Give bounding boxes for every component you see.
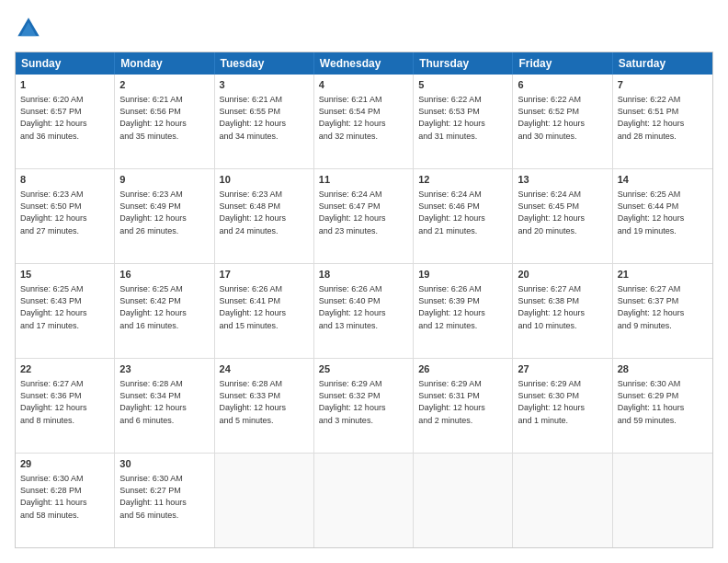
day-number-19: 19 [418,268,507,282]
day-info-7: Sunrise: 6:22 AM Sunset: 6:51 PM Dayligh… [618,94,708,142]
header-saturday: Saturday [613,52,712,75]
day-info-24: Sunrise: 6:28 AM Sunset: 6:33 PM Dayligh… [220,378,309,426]
day-info-14: Sunrise: 6:25 AM Sunset: 6:44 PM Dayligh… [618,189,708,236]
day-14: 14Sunrise: 6:25 AM Sunset: 6:44 PM Dayli… [613,169,712,263]
day-13: 13Sunrise: 6:24 AM Sunset: 6:45 PM Dayli… [513,169,612,263]
day-info-8: Sunrise: 6:23 AM Sunset: 6:50 PM Dayligh… [20,189,109,236]
day-info-1: Sunrise: 6:20 AM Sunset: 6:57 PM Dayligh… [20,94,109,142]
day-24: 24Sunrise: 6:28 AM Sunset: 6:33 PM Dayli… [215,359,314,453]
week-row-3: 15Sunrise: 6:25 AM Sunset: 6:43 PM Dayli… [16,264,712,359]
day-18: 18Sunrise: 6:26 AM Sunset: 6:40 PM Dayli… [314,264,414,358]
day-25: 25Sunrise: 6:29 AM Sunset: 6:32 PM Dayli… [314,359,414,453]
day-info-3: Sunrise: 6:21 AM Sunset: 6:55 PM Dayligh… [220,94,309,142]
header-thursday: Thursday [414,52,513,75]
day-27: 27Sunrise: 6:29 AM Sunset: 6:30 PM Dayli… [513,359,612,453]
day-9: 9Sunrise: 6:23 AM Sunset: 6:49 PM Daylig… [115,169,214,263]
day-number-14: 14 [618,173,708,187]
day-info-4: Sunrise: 6:21 AM Sunset: 6:54 PM Dayligh… [319,94,408,142]
day-info-2: Sunrise: 6:21 AM Sunset: 6:56 PM Dayligh… [119,94,209,142]
header-tuesday: Tuesday [215,52,314,75]
day-info-5: Sunrise: 6:22 AM Sunset: 6:53 PM Dayligh… [418,94,507,142]
day-number-27: 27 [518,362,607,376]
logo-icon [15,15,42,42]
day-number-17: 17 [220,268,309,282]
empty-cell [314,454,414,547]
day-19: 19Sunrise: 6:26 AM Sunset: 6:39 PM Dayli… [414,264,513,358]
day-number-6: 6 [518,78,607,92]
day-number-22: 22 [20,362,109,376]
day-info-13: Sunrise: 6:24 AM Sunset: 6:45 PM Dayligh… [518,189,607,236]
day-info-11: Sunrise: 6:24 AM Sunset: 6:47 PM Dayligh… [319,189,408,236]
day-info-28: Sunrise: 6:30 AM Sunset: 6:29 PM Dayligh… [618,378,708,426]
header-monday: Monday [115,52,214,75]
day-info-29: Sunrise: 6:30 AM Sunset: 6:28 PM Dayligh… [20,473,109,521]
day-1: 1Sunrise: 6:20 AM Sunset: 6:57 PM Daylig… [16,75,115,168]
week-row-1: 1Sunrise: 6:20 AM Sunset: 6:57 PM Daylig… [16,75,712,169]
day-info-27: Sunrise: 6:29 AM Sunset: 6:30 PM Dayligh… [518,378,607,426]
day-5: 5Sunrise: 6:22 AM Sunset: 6:53 PM Daylig… [414,75,513,168]
day-11: 11Sunrise: 6:24 AM Sunset: 6:47 PM Dayli… [314,169,414,263]
day-number-15: 15 [20,268,109,282]
day-29: 29Sunrise: 6:30 AM Sunset: 6:28 PM Dayli… [16,454,115,547]
day-number-29: 29 [20,457,109,471]
day-info-26: Sunrise: 6:29 AM Sunset: 6:31 PM Dayligh… [418,378,507,426]
day-10: 10Sunrise: 6:23 AM Sunset: 6:48 PM Dayli… [215,169,314,263]
day-number-23: 23 [119,362,209,376]
day-number-8: 8 [20,173,109,187]
day-number-7: 7 [618,78,708,92]
day-number-1: 1 [20,78,109,92]
day-number-11: 11 [319,173,408,187]
day-7: 7Sunrise: 6:22 AM Sunset: 6:51 PM Daylig… [613,75,712,168]
day-info-10: Sunrise: 6:23 AM Sunset: 6:48 PM Dayligh… [220,189,309,236]
day-16: 16Sunrise: 6:25 AM Sunset: 6:42 PM Dayli… [115,264,214,358]
day-info-25: Sunrise: 6:29 AM Sunset: 6:32 PM Dayligh… [319,378,408,426]
day-15: 15Sunrise: 6:25 AM Sunset: 6:43 PM Dayli… [16,264,115,358]
empty-cell [215,454,314,547]
day-3: 3Sunrise: 6:21 AM Sunset: 6:55 PM Daylig… [215,75,314,168]
day-30: 30Sunrise: 6:30 AM Sunset: 6:27 PM Dayli… [115,454,214,547]
day-info-21: Sunrise: 6:27 AM Sunset: 6:37 PM Dayligh… [618,283,708,331]
week-row-4: 22Sunrise: 6:27 AM Sunset: 6:36 PM Dayli… [16,359,712,454]
header [15,15,713,42]
page: Sunday Monday Tuesday Wednesday Thursday… [0,0,728,563]
logo [15,15,46,42]
day-number-24: 24 [220,362,309,376]
day-number-16: 16 [119,268,209,282]
day-number-12: 12 [418,173,507,187]
week-row-5: 29Sunrise: 6:30 AM Sunset: 6:28 PM Dayli… [16,454,712,547]
day-12: 12Sunrise: 6:24 AM Sunset: 6:46 PM Dayli… [414,169,513,263]
day-info-23: Sunrise: 6:28 AM Sunset: 6:34 PM Dayligh… [119,378,209,426]
empty-cell [414,454,513,547]
day-number-3: 3 [220,78,309,92]
day-info-18: Sunrise: 6:26 AM Sunset: 6:40 PM Dayligh… [319,283,408,331]
day-8: 8Sunrise: 6:23 AM Sunset: 6:50 PM Daylig… [16,169,115,263]
calendar-header: Sunday Monday Tuesday Wednesday Thursday… [16,52,712,75]
day-number-28: 28 [618,362,708,376]
day-info-30: Sunrise: 6:30 AM Sunset: 6:27 PM Dayligh… [119,473,209,521]
day-info-19: Sunrise: 6:26 AM Sunset: 6:39 PM Dayligh… [418,283,507,331]
day-number-4: 4 [319,78,408,92]
empty-cell [613,454,712,547]
day-info-6: Sunrise: 6:22 AM Sunset: 6:52 PM Dayligh… [518,94,607,142]
day-number-30: 30 [119,457,209,471]
calendar-body: 1Sunrise: 6:20 AM Sunset: 6:57 PM Daylig… [16,75,712,547]
day-20: 20Sunrise: 6:27 AM Sunset: 6:38 PM Dayli… [513,264,612,358]
day-4: 4Sunrise: 6:21 AM Sunset: 6:54 PM Daylig… [314,75,414,168]
day-info-17: Sunrise: 6:26 AM Sunset: 6:41 PM Dayligh… [220,283,309,331]
day-info-20: Sunrise: 6:27 AM Sunset: 6:38 PM Dayligh… [518,283,607,331]
day-28: 28Sunrise: 6:30 AM Sunset: 6:29 PM Dayli… [613,359,712,453]
empty-cell [513,454,612,547]
calendar: Sunday Monday Tuesday Wednesday Thursday… [15,52,713,548]
day-number-21: 21 [618,268,708,282]
week-row-2: 8Sunrise: 6:23 AM Sunset: 6:50 PM Daylig… [16,169,712,264]
day-number-9: 9 [119,173,209,187]
header-sunday: Sunday [16,52,115,75]
day-number-13: 13 [518,173,607,187]
day-17: 17Sunrise: 6:26 AM Sunset: 6:41 PM Dayli… [215,264,314,358]
day-6: 6Sunrise: 6:22 AM Sunset: 6:52 PM Daylig… [513,75,612,168]
day-info-22: Sunrise: 6:27 AM Sunset: 6:36 PM Dayligh… [20,378,109,426]
day-22: 22Sunrise: 6:27 AM Sunset: 6:36 PM Dayli… [16,359,115,453]
day-2: 2Sunrise: 6:21 AM Sunset: 6:56 PM Daylig… [115,75,214,168]
day-26: 26Sunrise: 6:29 AM Sunset: 6:31 PM Dayli… [414,359,513,453]
day-info-16: Sunrise: 6:25 AM Sunset: 6:42 PM Dayligh… [119,283,209,331]
